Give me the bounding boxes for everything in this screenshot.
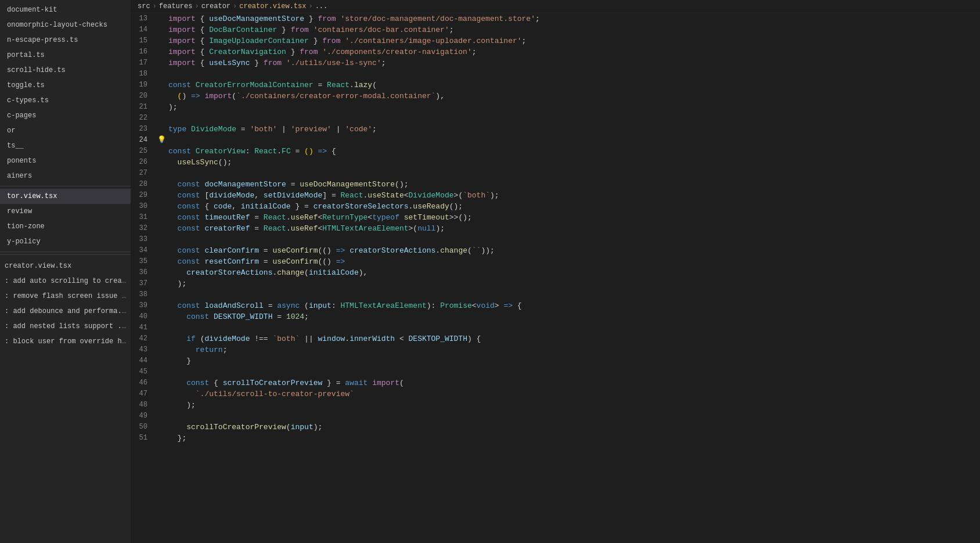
sidebar-item-or[interactable]: or xyxy=(0,123,131,138)
code-line-39: 39 const loadAndScroll = async (input: H… xyxy=(131,300,980,311)
code-line-15: 15 import { ImageUploaderContainer } fro… xyxy=(131,35,980,46)
code-line-25: 25 const CreatorView: React.FC = () => { xyxy=(131,146,980,157)
breadcrumb-sep-1: › xyxy=(153,2,157,10)
code-line-27: 27 xyxy=(131,168,980,179)
sidebar-item-document-kit[interactable]: document-kit xyxy=(0,2,131,17)
git-section: creator.view.tsx : add auto scrolling to… xyxy=(0,254,131,353)
sidebar-item-ponents[interactable]: ponents xyxy=(0,153,131,168)
git-commit-5[interactable]: : block user from override his o... xyxy=(0,334,131,349)
line-content-24 xyxy=(166,135,980,146)
line-num-38: 38 xyxy=(131,289,157,300)
line-content-28: const docManagementStore = useDocManagem… xyxy=(166,179,980,190)
line-content-45 xyxy=(166,366,980,377)
line-content-38 xyxy=(166,289,980,300)
line-content-32: const creatorRef = React.useRef<HTMLText… xyxy=(166,223,980,234)
line-content-23: type DivideMode = 'both' | 'preview' | '… xyxy=(166,124,980,135)
code-line-23: 23 type DivideMode = 'both' | 'preview' … xyxy=(131,124,980,135)
line-content-33 xyxy=(166,234,980,245)
git-msg-1: : add auto scrolling to crea... xyxy=(5,277,131,285)
git-msg-2: : remove flash screen issue in... xyxy=(5,292,131,300)
line-content-48: ); xyxy=(166,400,980,411)
sidebar-item-review[interactable]: review xyxy=(0,204,131,219)
breadcrumb-sep-4: › xyxy=(308,2,312,10)
line-content-16: import { CreatorNavigation } from './com… xyxy=(166,46,980,57)
file-list: document-kit onomorphic-layout-checks n-… xyxy=(0,0,131,543)
code-line-36: 36 creatorStoreActions.change(initialCod… xyxy=(131,267,980,278)
line-content-43: return; xyxy=(166,344,980,355)
sidebar-item-ctypes[interactable]: c-types.ts xyxy=(0,93,131,108)
code-line-49: 49 xyxy=(131,411,980,422)
code-line-21: 21 ); xyxy=(131,102,980,113)
sidebar-item-cpages[interactable]: c-pages xyxy=(0,108,131,123)
line-num-31: 31 xyxy=(131,212,157,223)
line-num-26: 26 xyxy=(131,157,157,168)
git-commit-2[interactable]: : remove flash screen issue in... 1 mo xyxy=(0,289,131,304)
code-line-18: 18 xyxy=(131,69,980,80)
line-content-26: useLsSync(); xyxy=(166,157,980,168)
line-content-13: import { useDocManagementStore } from 's… xyxy=(166,13,980,24)
code-line-44: 44 } xyxy=(131,355,980,366)
line-content-30: const { code, initialCode } = creatorSto… xyxy=(166,201,980,212)
line-num-13: 13 xyxy=(131,13,157,24)
code-line-46: 46 const { scrollToCreatorPreview } = aw… xyxy=(131,377,980,389)
code-line-40: 40 const DESKTOP_WIDTH = 1024; xyxy=(131,311,980,322)
sidebar-item-portal[interactable]: portal.ts xyxy=(0,48,131,63)
sidebar-item-toggle[interactable]: toggle.ts xyxy=(0,78,131,93)
sidebar-item-tion-zone[interactable]: tion-zone xyxy=(0,219,131,234)
code-line-29: 29 const [divideMode, setDivideMode] = R… xyxy=(131,190,980,201)
sidebar-item-ainers[interactable]: ainers xyxy=(0,168,131,184)
lightbulb-icon[interactable]: 💡 xyxy=(157,135,166,146)
sidebar-item-scroll-hide[interactable]: scroll-hide.ts xyxy=(0,63,131,78)
code-editor[interactable]: 13 import { useDocManagementStore } from… xyxy=(131,13,980,543)
code-line-17: 17 import { useLsSync } from './utils/us… xyxy=(131,57,980,69)
line-num-25: 25 xyxy=(131,146,157,157)
line-num-27: 27 xyxy=(131,168,157,179)
line-content-49 xyxy=(166,411,980,422)
line-content-51: }; xyxy=(166,433,980,444)
code-line-51: 51 }; xyxy=(131,433,980,444)
breadcrumb-ellipsis: ... xyxy=(315,2,328,10)
code-line-48: 48 ); xyxy=(131,400,980,411)
line-num-20: 20 xyxy=(131,91,157,102)
code-line-30: 30 const { code, initialCode } = creator… xyxy=(131,201,980,212)
code-line-16: 16 import { CreatorNavigation } from './… xyxy=(131,46,980,57)
line-content-31: const timeoutRef = React.useRef<ReturnTy… xyxy=(166,212,980,223)
sidebar-item-escape[interactable]: n-escape-press.ts xyxy=(0,33,131,48)
git-commit-3[interactable]: : add debounce and performa... xyxy=(0,304,131,319)
sidebar-item-view-tsx[interactable]: tor.view.tsx xyxy=(0,189,131,204)
git-commit-4[interactable]: : add nested lists support ... 3 mos xyxy=(0,319,131,334)
line-num-30: 30 xyxy=(131,201,157,212)
sidebar-item-ts[interactable]: ts__ xyxy=(0,138,131,153)
line-num-49: 49 xyxy=(131,411,157,422)
line-content-34: const clearConfirm = useConfirm(() => cr… xyxy=(166,245,980,256)
line-num-48: 48 xyxy=(131,400,157,411)
line-content-29: const [divideMode, setDivideMode] = Reac… xyxy=(166,190,980,201)
git-divider xyxy=(0,251,131,252)
line-content-21: ); xyxy=(166,102,980,113)
line-content-41 xyxy=(166,322,980,333)
sidebar-item-onomorphic[interactable]: onomorphic-layout-checks xyxy=(0,17,131,33)
line-content-27 xyxy=(166,168,980,179)
git-msg-5: : block user from override his o... xyxy=(5,337,131,346)
sidebar-divider xyxy=(0,186,131,186)
line-content-47: `./utils/scroll-to-creator-preview` xyxy=(166,389,980,400)
code-line-38: 38 xyxy=(131,289,980,300)
breadcrumb-creator: creator xyxy=(201,2,230,10)
line-num-32: 32 xyxy=(131,223,157,234)
line-content-18 xyxy=(166,69,980,80)
line-num-36: 36 xyxy=(131,267,157,278)
sidebar: document-kit onomorphic-layout-checks n-… xyxy=(0,0,131,543)
code-line-32: 32 const creatorRef = React.useRef<HTMLT… xyxy=(131,223,980,234)
code-line-33: 33 xyxy=(131,234,980,245)
line-num-51: 51 xyxy=(131,433,157,444)
code-line-35: 35 const resetConfirm = useConfirm(() => xyxy=(131,256,980,267)
code-line-14: 14 import { DocBarContainer } from 'cont… xyxy=(131,24,980,35)
git-msg-4: : add nested lists support ... xyxy=(5,322,130,330)
line-content-37: ); xyxy=(166,278,980,289)
line-content-22 xyxy=(166,113,980,124)
line-gutter-24: 💡 xyxy=(157,135,166,146)
sidebar-item-policy[interactable]: y-policy xyxy=(0,234,131,249)
git-filename[interactable]: creator.view.tsx xyxy=(0,258,131,274)
editor-area: src › features › creator › creator.view.… xyxy=(131,0,980,543)
git-commit-1[interactable]: : add auto scrolling to crea... 18 hrs xyxy=(0,274,131,289)
